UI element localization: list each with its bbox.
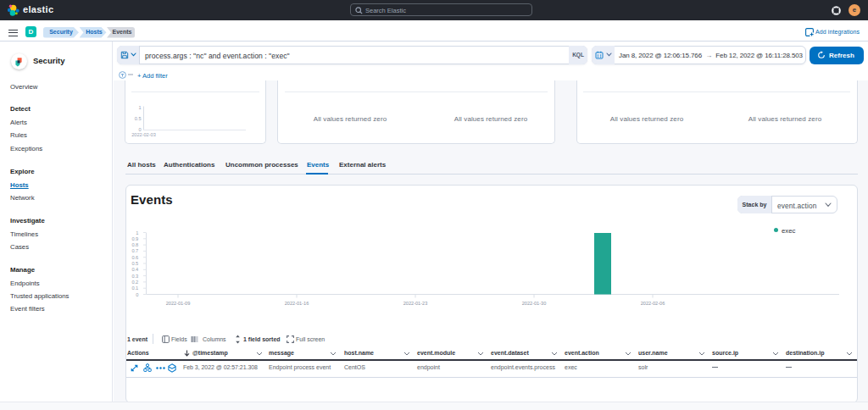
svg-text:2022-02-06: 2022-02-06 [641, 301, 665, 306]
svg-text:0.1: 0.1 [131, 285, 138, 291]
svg-text:0.5: 0.5 [135, 116, 142, 121]
svg-text:2022-01-30: 2022-01-30 [522, 301, 547, 306]
svg-text:0.9: 0.9 [131, 236, 138, 241]
svg-text:2022-01-16: 2022-01-16 [285, 301, 309, 306]
svg-text:0.2: 0.2 [131, 280, 138, 285]
svg-text:0.4: 0.4 [131, 267, 138, 272]
svg-text:0.5: 0.5 [131, 261, 138, 266]
svg-text:2022-02-03: 2022-02-03 [131, 132, 156, 137]
svg-text:1: 1 [138, 105, 141, 110]
svg-text:0: 0 [136, 292, 138, 297]
svg-text:0.3: 0.3 [131, 274, 138, 279]
svg-text:1: 1 [136, 230, 138, 235]
svg-text:2022-01-23: 2022-01-23 [403, 301, 428, 306]
svg-text:0.6: 0.6 [131, 255, 138, 260]
svg-text:0.8: 0.8 [131, 242, 138, 247]
svg-text:2022-01-09: 2022-01-09 [166, 301, 191, 306]
svg-text:0.7: 0.7 [131, 248, 138, 253]
